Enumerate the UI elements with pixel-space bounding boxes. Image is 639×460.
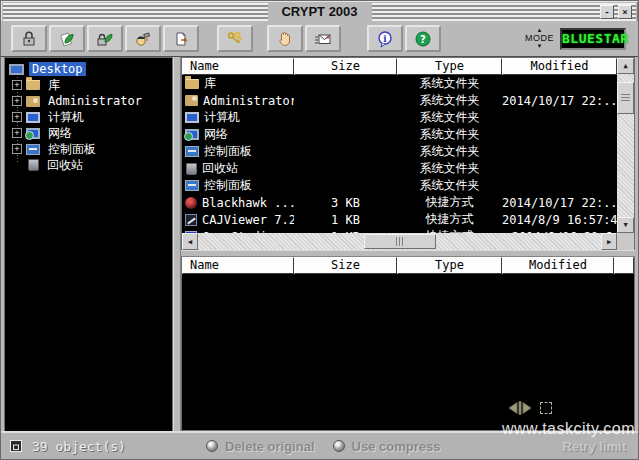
- scrollbar-corner: [617, 233, 634, 250]
- tree-item-libraries[interactable]: + 库: [5, 77, 172, 93]
- column-header-name[interactable]: Name: [182, 58, 294, 75]
- tree-item-computer[interactable]: + 计算机: [5, 109, 172, 125]
- option-retry-limit[interactable]: Retry limit: [562, 439, 626, 454]
- brand-display: BLUESTAR: [560, 28, 626, 50]
- mode-switcher[interactable]: ▲ MODE ▼: [525, 28, 554, 49]
- window-title: CRYPT 2003: [267, 3, 371, 21]
- toolbar: i ? ▲ MODE ▼ BLUESTAR: [1, 21, 638, 57]
- help-icon: ?: [413, 29, 433, 49]
- file-row[interactable]: Administrator 系统文件夹 2014/10/17 22:...: [182, 92, 617, 109]
- folder-icon: [185, 79, 199, 89]
- control-panel-icon: [185, 180, 199, 191]
- send-mail-button[interactable]: [305, 25, 341, 52]
- vertical-scrollbar[interactable]: ▲ ▼: [617, 58, 634, 233]
- tree-splitter[interactable]: [173, 57, 181, 431]
- user-key-icon: [133, 29, 153, 49]
- encrypt-lock-button[interactable]: [11, 25, 47, 52]
- svg-text:?: ?: [420, 34, 426, 45]
- close-button[interactable]: ×: [618, 5, 632, 19]
- decrypt-leaf-button[interactable]: [49, 25, 85, 52]
- expand-icon[interactable]: +: [12, 128, 22, 138]
- minimize-button[interactable]: -: [600, 5, 614, 19]
- vertical-scroll-thumb[interactable]: [617, 82, 634, 114]
- app-shortcut-icon: [185, 231, 197, 234]
- horizontal-scroll-track[interactable]: [198, 233, 601, 250]
- computer-icon: [185, 112, 199, 123]
- file-list-bottom-panel: Name Size Type Modified: [181, 257, 635, 431]
- file-row[interactable]: 网络 系统文件夹: [182, 126, 617, 143]
- tree-item-network[interactable]: + 网络: [5, 125, 172, 141]
- expand-icon[interactable]: +: [12, 112, 22, 122]
- sphere-indicator-icon: [333, 440, 345, 452]
- mode-label: MODE: [525, 34, 554, 43]
- drop-target-decoration: [507, 400, 552, 416]
- file-row[interactable]: CAJViewer 7.2 1 KB 快捷方式 2014/8/9 16:57:4…: [182, 211, 617, 228]
- column-header-size[interactable]: Size: [294, 257, 397, 274]
- expand-icon[interactable]: +: [12, 96, 22, 106]
- computer-icon: [26, 112, 40, 123]
- about-button[interactable]: i: [367, 25, 403, 52]
- lock-icon: [19, 29, 39, 49]
- column-header-modified[interactable]: Modified: [502, 257, 614, 274]
- window-controls: - ×: [600, 5, 632, 19]
- expand-icon[interactable]: +: [12, 80, 22, 90]
- key-user-button[interactable]: [125, 25, 161, 52]
- info-icon: i: [375, 29, 395, 49]
- library-folder-icon: [26, 80, 40, 90]
- objects-count: 39 object(s): [32, 439, 126, 454]
- scroll-right-icon[interactable]: ▶: [601, 233, 617, 250]
- file-row[interactable]: 控制面板 系统文件夹: [182, 143, 617, 160]
- file-row[interactable]: 回收站 系统文件夹: [182, 160, 617, 177]
- scroll-up-icon[interactable]: ▲: [617, 58, 634, 74]
- leaf-card-icon: [57, 29, 77, 49]
- objects-icon: [9, 439, 23, 453]
- file-row[interactable]: 控制面板 系统文件夹: [182, 177, 617, 194]
- horizontal-scrollbar[interactable]: ◀ ▶: [182, 233, 617, 250]
- file-row[interactable]: Blackhawk ... 3 KB 快捷方式 2014/10/17 22:..…: [182, 194, 617, 211]
- panel-splitter[interactable]: [181, 250, 635, 257]
- tree-item-control-panel[interactable]: + 控制面板: [5, 141, 172, 157]
- lock-leaf-icon: [95, 29, 115, 49]
- scroll-left-icon[interactable]: ◀: [182, 233, 198, 250]
- selection-marquee-icon: [540, 402, 552, 414]
- sphere-indicator-icon: [206, 440, 218, 452]
- expand-icon[interactable]: +: [12, 144, 22, 154]
- cajviewer-shortcut-icon: [185, 214, 197, 226]
- file-list-top: 库 系统文件夹 Administrator 系统文件夹 2014/10/17 2…: [182, 75, 617, 233]
- stop-button[interactable]: [267, 25, 303, 52]
- mail-icon: [313, 29, 333, 49]
- help-button[interactable]: ?: [405, 25, 441, 52]
- control-panel-icon: [185, 146, 199, 157]
- keys-icon: [225, 29, 245, 49]
- title-bar[interactable]: CRYPT 2003 - ×: [3, 3, 636, 21]
- vertical-scroll-track[interactable]: [617, 74, 634, 217]
- app-window: CRYPT 2003 - ×: [0, 0, 639, 460]
- shred-document-button[interactable]: [163, 25, 199, 52]
- encrypt-strong-button[interactable]: [87, 25, 123, 52]
- recycle-bin-icon: [28, 159, 39, 171]
- file-row[interactable]: 库 系统文件夹: [182, 75, 617, 92]
- column-header-name[interactable]: Name: [182, 257, 294, 274]
- file-list-top-panel: Name Size Type Modified ▲ ▼ 库: [181, 57, 635, 250]
- horizontal-scroll-thumb[interactable]: [364, 234, 436, 249]
- file-row[interactable]: 计算机 系统文件夹: [182, 109, 617, 126]
- document-arrow-icon: [171, 29, 191, 49]
- file-list-bottom[interactable]: [182, 274, 634, 430]
- network-icon: [185, 129, 199, 140]
- column-header-size[interactable]: Size: [294, 58, 397, 75]
- option-use-compress[interactable]: Use compress: [333, 439, 441, 454]
- network-icon: [26, 128, 40, 139]
- option-delete-original[interactable]: Delete original: [206, 439, 315, 454]
- folder-tree: Desktop + 库 + Administrator + 计算机: [4, 57, 173, 431]
- column-header-type[interactable]: Type: [397, 257, 502, 274]
- tree-item-desktop[interactable]: Desktop: [5, 61, 172, 77]
- mode-down-icon[interactable]: ▼: [537, 44, 543, 49]
- column-header-type[interactable]: Type: [397, 58, 502, 75]
- list-header: Name Size Type Modified: [182, 257, 634, 274]
- key-pair-button[interactable]: [217, 25, 253, 52]
- tree-item-administrator[interactable]: + Administrator: [5, 93, 172, 109]
- scroll-down-icon[interactable]: ▼: [617, 217, 634, 233]
- column-header-modified[interactable]: Modified: [502, 58, 617, 75]
- user-folder-icon: [26, 96, 40, 107]
- tree-item-recycle-bin[interactable]: 回收站: [5, 157, 172, 173]
